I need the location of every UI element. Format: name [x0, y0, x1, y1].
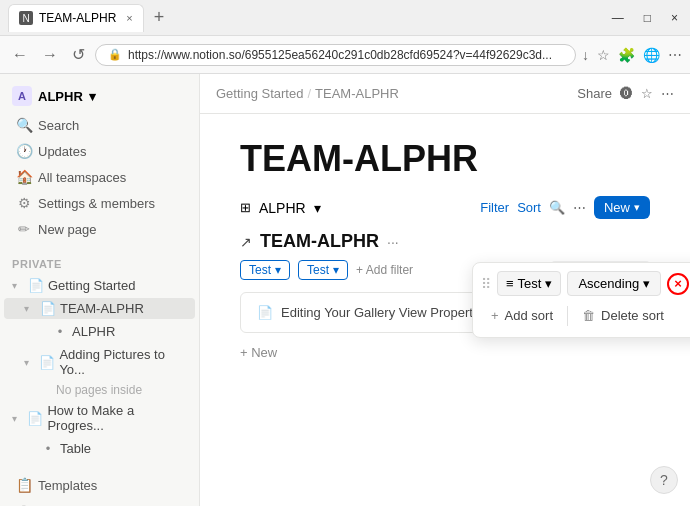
new-button[interactable]: New ▾: [594, 196, 650, 219]
more-options-icon[interactable]: ⋯: [661, 86, 674, 101]
sidebar-item-search[interactable]: 🔍 Search: [4, 113, 195, 137]
tab-close-button[interactable]: ×: [126, 12, 132, 24]
tree-item-alphr[interactable]: • ALPHR: [4, 321, 195, 342]
tree-label-team-alphr: TEAM-ALPHR: [60, 301, 144, 316]
breadcrumb-getting-started[interactable]: Getting Started: [216, 86, 303, 101]
url-text: https://www.notion.so/6955125ea56240c291…: [128, 48, 552, 62]
view-title-bar: ↗ TEAM-ALPHR ···: [240, 231, 650, 252]
templates-icon: 📋: [16, 477, 32, 493]
new-tab-button[interactable]: +: [150, 7, 169, 28]
settings-icon: ⚙: [16, 195, 32, 211]
sidebar-item-import[interactable]: ⬇ Import: [4, 499, 195, 506]
sidebar-item-settings[interactable]: ⚙ Settings & members: [4, 191, 195, 215]
window-controls: — □ ×: [608, 9, 682, 27]
forward-button[interactable]: →: [38, 44, 62, 66]
delete-sort-icon: 🗑: [582, 308, 595, 323]
back-button[interactable]: ←: [8, 44, 32, 66]
sort-button[interactable]: Sort: [517, 200, 541, 215]
minimize-button[interactable]: —: [608, 9, 628, 27]
teamspaces-icon: 🏠: [16, 169, 32, 185]
search-db-icon[interactable]: 🔍: [549, 200, 565, 215]
download-icon[interactable]: ↓: [582, 47, 589, 63]
view-arrow: ↗: [240, 234, 252, 250]
sidebar-item-new-page[interactable]: ✏ New page: [4, 217, 195, 241]
title-bar: N TEAM-ALPHR × + — □ ×: [0, 0, 690, 36]
sort-drag-handle[interactable]: ⠿: [481, 276, 491, 292]
add-sort-button[interactable]: + Add sort: [485, 304, 559, 327]
maximize-button[interactable]: □: [640, 9, 655, 27]
search-icon: 🔍: [16, 117, 32, 133]
breadcrumb-team-alphr[interactable]: TEAM-ALPHR: [315, 86, 399, 101]
add-sort-label: Add sort: [505, 308, 553, 323]
filter-chip-1-chevron: ▾: [275, 263, 281, 277]
chevron-adding-pictures: ▾: [24, 357, 35, 368]
workspace-header[interactable]: A ALPHR ▾: [0, 80, 199, 112]
profile-icon[interactable]: 🌐: [643, 47, 660, 63]
filter-chip-2[interactable]: Test ▾: [298, 260, 348, 280]
updates-icon: 🕐: [16, 143, 32, 159]
tree-item-getting-started[interactable]: ▾ 📄 Getting Started: [4, 275, 195, 296]
sidebar-search-label: Search: [38, 118, 79, 133]
gallery-card-label: Editing Your Gallery View Properties: [281, 305, 490, 320]
chevron-progress: ▾: [12, 413, 23, 424]
filter-chip-1[interactable]: Test ▾: [240, 260, 290, 280]
tree-item-team-alphr[interactable]: ▾ 📄 TEAM-ALPHR: [4, 298, 195, 319]
address-bar-actions: ↓ ☆ 🧩 🌐 ⋯: [582, 47, 682, 63]
tree-label-progress: How to Make a Progres...: [47, 403, 187, 433]
gallery-card[interactable]: 📄 Editing Your Gallery View Properties: [240, 292, 507, 333]
tab-label: TEAM-ALPHR: [39, 11, 116, 25]
tree-item-progress[interactable]: ▾ 📄 How to Make a Progres...: [4, 400, 195, 436]
chevron-team-alphr: ▾: [24, 303, 36, 314]
bookmark-icon[interactable]: ☆: [597, 47, 610, 63]
sidebar-item-updates[interactable]: 🕐 Updates: [4, 139, 195, 163]
sort-dir-chevron: ▾: [643, 276, 650, 291]
sort-dir-label: Ascending: [578, 276, 639, 291]
browser-tab[interactable]: N TEAM-ALPHR ×: [8, 4, 144, 32]
filter-chip-2-label: Test: [307, 263, 329, 277]
page-icon-adding-pictures: 📄: [39, 355, 55, 370]
tree-item-table[interactable]: • Table: [4, 438, 195, 459]
help-button[interactable]: ?: [650, 466, 678, 494]
sort-close-button[interactable]: ×: [667, 273, 689, 295]
gallery-card-icon: 📄: [257, 305, 273, 320]
page-icon-alphr: •: [52, 324, 68, 339]
sort-action-divider: [567, 306, 568, 326]
bookmark-star-icon[interactable]: ☆: [641, 86, 653, 101]
sort-property-button[interactable]: ≡ Test ▾: [497, 271, 561, 296]
page-content: TEAM-ALPHR ⊞ ALPHR ▾ Filter Sort 🔍 ⋯ New…: [200, 114, 690, 506]
url-input[interactable]: 🔒 https://www.notion.so/6955125ea56240c2…: [95, 44, 576, 66]
sidebar-settings-label: Settings & members: [38, 196, 155, 211]
tab-favicon: N: [19, 11, 33, 25]
view-more-icon[interactable]: ···: [387, 234, 399, 250]
tree-label-alphr: ALPHR: [72, 324, 115, 339]
reload-button[interactable]: ↺: [68, 43, 89, 66]
tree-item-adding-pictures[interactable]: ▾ 📄 Adding Pictures to Yo...: [4, 344, 195, 380]
sidebar-teamspaces-label: All teamspaces: [38, 170, 126, 185]
delete-sort-button[interactable]: 🗑 Delete sort: [576, 304, 670, 327]
add-filter-button[interactable]: + Add filter: [356, 263, 413, 277]
extension-icon[interactable]: 🧩: [618, 47, 635, 63]
sidebar-item-templates[interactable]: 📋 Templates: [4, 473, 195, 497]
share-button[interactable]: Share: [577, 86, 612, 101]
tree-label-table: Table: [60, 441, 91, 456]
sort-direction-button[interactable]: Ascending ▾: [567, 271, 661, 296]
workspace-chevron: ▾: [89, 89, 96, 104]
lock-icon: 🔒: [108, 48, 122, 61]
workspace-name: ALPHR: [38, 89, 83, 104]
close-button[interactable]: ×: [667, 9, 682, 27]
menu-icon[interactable]: ⋯: [668, 47, 682, 63]
new-row-button[interactable]: + New: [240, 341, 650, 364]
filter-chip-2-chevron: ▾: [333, 263, 339, 277]
filter-button[interactable]: Filter: [480, 200, 509, 215]
top-actions: Share ⓿ ☆ ⋯: [577, 86, 674, 101]
sidebar-item-teamspaces[interactable]: 🏠 All teamspaces: [4, 165, 195, 189]
page-icon-team-alphr: 📄: [40, 301, 56, 316]
page-title: TEAM-ALPHR: [240, 138, 650, 180]
view-title: TEAM-ALPHR: [260, 231, 379, 252]
help-circle-icon[interactable]: ⓿: [620, 86, 633, 101]
private-label: Private: [0, 254, 199, 274]
sort-row: ⠿ ≡ Test ▾ Ascending ▾ ×: [481, 271, 690, 296]
database-chevron[interactable]: ▾: [314, 200, 321, 216]
database-name: ALPHR: [259, 200, 306, 216]
more-db-icon[interactable]: ⋯: [573, 200, 586, 215]
